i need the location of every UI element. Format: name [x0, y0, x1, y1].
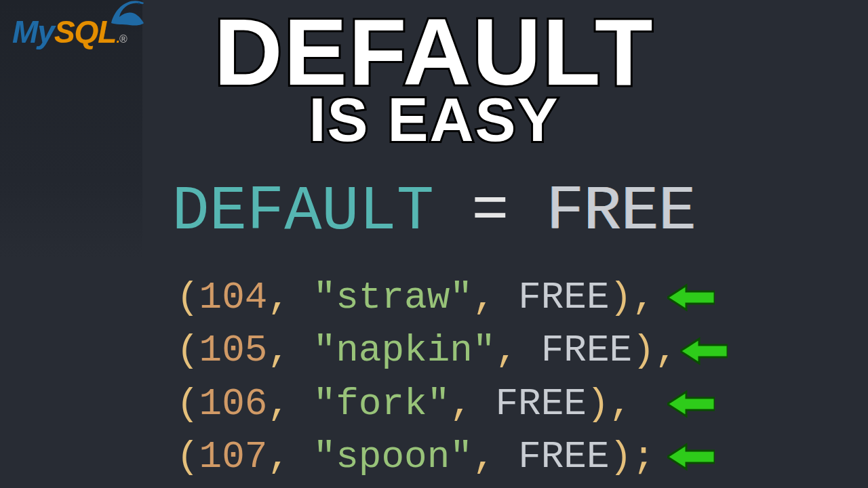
- paren-close: ): [587, 378, 610, 430]
- paren-open: (: [176, 271, 199, 324]
- code-row: (106, "fork", FREE),: [176, 378, 728, 430]
- code-row: (104, "straw", FREE),: [176, 271, 728, 324]
- svg-marker-2: [680, 339, 728, 363]
- row-id: 107: [199, 430, 268, 483]
- comma: ,: [267, 324, 290, 377]
- comma: ,: [267, 378, 290, 430]
- comma: ,: [267, 271, 290, 324]
- comma: ,: [473, 271, 496, 324]
- row-name: fork: [336, 382, 427, 426]
- paren-close: ): [610, 430, 633, 483]
- row-value: FREE: [518, 271, 609, 324]
- equation-keyword: DEFAULT: [172, 176, 434, 247]
- row-name: spoon: [336, 435, 450, 479]
- comma: ,: [496, 324, 519, 377]
- arrow-left-icon: [667, 389, 715, 419]
- quote-open: ": [313, 276, 336, 319]
- quote-open: ": [313, 329, 336, 372]
- terminator: ,: [632, 271, 655, 324]
- equation-line: DEFAULT = FREE: [0, 176, 868, 247]
- row-value: FREE: [518, 430, 609, 483]
- svg-marker-1: [667, 285, 715, 310]
- quote-close: ": [473, 329, 496, 372]
- quote-open: ": [313, 435, 336, 479]
- headline: DEFAULT IS EASY: [0, 7, 868, 150]
- row-id: 104: [199, 271, 268, 324]
- svg-marker-3: [667, 392, 715, 416]
- quote-close: ": [450, 276, 473, 319]
- arrow-left-icon: [667, 442, 715, 472]
- code-row: (107, "spoon", FREE);: [176, 430, 728, 483]
- arrow-left-icon: [680, 336, 728, 366]
- code-block: (104, "straw", FREE), (105, "napkin", FR…: [176, 271, 728, 484]
- svg-point-0: [138, 3, 140, 5]
- paren-open: (: [176, 430, 199, 483]
- equation-equals: =: [471, 176, 509, 247]
- headline-line1: DEFAULT: [0, 7, 868, 97]
- row-value: FREE: [496, 378, 587, 430]
- row-id: 105: [199, 324, 268, 377]
- row-value: FREE: [541, 324, 632, 377]
- paren-close: ): [632, 324, 655, 377]
- quote-close: ": [450, 435, 473, 479]
- paren-close: ): [610, 271, 633, 324]
- row-name: napkin: [336, 329, 473, 372]
- code-row: (105, "napkin", FREE),: [176, 324, 728, 377]
- comma: ,: [450, 378, 473, 430]
- comma: ,: [267, 430, 290, 483]
- terminator: ,: [610, 378, 633, 430]
- arrow-left-icon: [667, 283, 715, 312]
- terminator: ;: [632, 430, 655, 483]
- equation-value: FREE: [547, 176, 696, 247]
- paren-open: (: [176, 324, 199, 377]
- svg-marker-4: [667, 445, 715, 469]
- paren-open: (: [176, 378, 199, 430]
- row-id: 106: [199, 378, 268, 430]
- headline-line2: IS EASY: [0, 92, 868, 150]
- terminator: ,: [655, 324, 678, 377]
- quote-open: ": [313, 382, 336, 426]
- quote-close: ": [427, 382, 450, 426]
- comma: ,: [473, 430, 496, 483]
- row-name: straw: [336, 276, 450, 319]
